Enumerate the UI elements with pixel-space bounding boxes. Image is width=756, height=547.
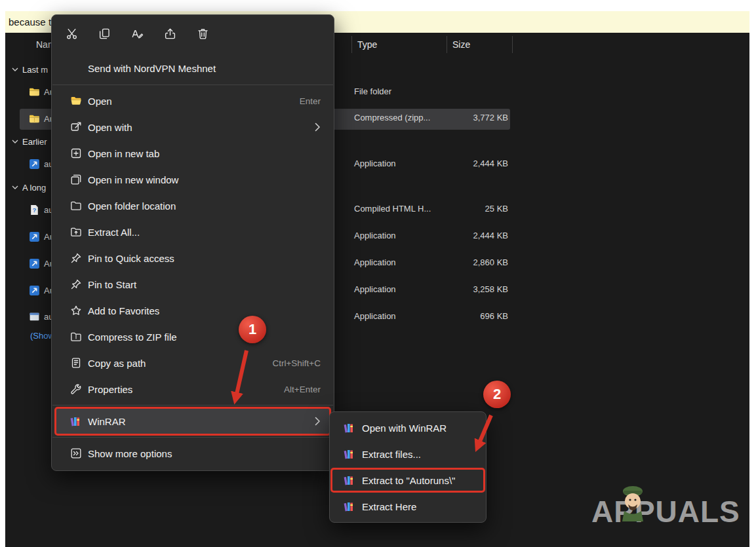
app-icon bbox=[29, 285, 40, 296]
file-list-item[interactable]: aut bbox=[29, 157, 51, 170]
open-with-icon bbox=[70, 121, 82, 133]
file-size-cell: 3,772 KB bbox=[420, 113, 508, 123]
folder-icon bbox=[29, 86, 40, 98]
winrar-icon bbox=[344, 448, 355, 460]
submenu-item-open-with-winrar[interactable]: Open with WinRAR bbox=[333, 415, 483, 441]
column-divider[interactable] bbox=[351, 36, 352, 53]
app-icon bbox=[29, 258, 40, 269]
trash-icon bbox=[197, 28, 209, 40]
menu-item-extract-all[interactable]: Extract All... bbox=[56, 219, 330, 245]
column-header-type[interactable]: Type bbox=[357, 39, 377, 50]
submenu-item-extract-files[interactable]: Extract files... bbox=[333, 441, 483, 467]
show-more-link[interactable]: (Show bbox=[30, 331, 51, 344]
file-size-cell: 2,444 KB bbox=[420, 231, 508, 240]
winrar-icon bbox=[344, 422, 355, 434]
shortcut-label: Alt+Enter bbox=[284, 385, 321, 394]
file-group-header[interactable]: A long bbox=[12, 181, 51, 194]
menu-item-pin-quick-access[interactable]: Pin to Quick access bbox=[56, 245, 330, 271]
file-type-cell: Application bbox=[354, 231, 396, 240]
file-type-cell: File folder bbox=[354, 86, 391, 96]
winrar-icon bbox=[344, 474, 355, 486]
folder-location-icon bbox=[70, 200, 82, 212]
file-size-cell: 25 KB bbox=[420, 204, 508, 214]
menu-item-winrar[interactable]: WinRAR bbox=[56, 408, 330, 434]
screenshot-root: because t Nam Type Size Last m Au Au Ear… bbox=[0, 0, 756, 547]
file-list-item[interactable]: Au bbox=[29, 230, 51, 243]
menu-item-open[interactable]: Open Enter bbox=[56, 88, 330, 114]
watermark-text: APPUALS bbox=[591, 494, 740, 529]
copy-button[interactable] bbox=[91, 22, 117, 45]
file-list-item[interactable]: ? aut bbox=[29, 203, 51, 216]
menu-item-properties[interactable]: Properties Alt+Enter bbox=[56, 376, 330, 402]
app-icon bbox=[29, 159, 40, 170]
file-list-item[interactable]: Au bbox=[29, 257, 51, 270]
share-button[interactable] bbox=[157, 22, 183, 45]
file-list-item[interactable]: Au bbox=[29, 85, 51, 98]
notification-text: because t bbox=[9, 16, 51, 28]
file-size-cell: 2,860 KB bbox=[420, 257, 508, 267]
copy-icon bbox=[98, 28, 111, 40]
file-group-header[interactable]: Last m bbox=[12, 63, 51, 76]
delete-button[interactable] bbox=[189, 22, 216, 45]
chevron-down-icon bbox=[12, 67, 18, 71]
file-size-cell: 3,258 KB bbox=[420, 284, 508, 294]
winrar-submenu: Open with WinRAR Extract files... Extrac… bbox=[329, 411, 487, 523]
shortcut-label: Enter bbox=[300, 96, 321, 106]
new-window-icon bbox=[70, 174, 82, 185]
menu-divider bbox=[52, 437, 333, 438]
column-divider[interactable] bbox=[447, 36, 447, 53]
rename-button[interactable] bbox=[124, 22, 150, 45]
cut-icon bbox=[66, 28, 78, 40]
svg-text:?: ? bbox=[33, 206, 37, 214]
chevron-down-icon bbox=[12, 185, 18, 189]
file-type-cell: Application bbox=[354, 284, 396, 294]
step-1-badge: 1 bbox=[239, 316, 266, 343]
column-divider[interactable] bbox=[512, 36, 513, 53]
rename-icon bbox=[131, 28, 144, 40]
new-tab-icon bbox=[70, 147, 82, 159]
menu-divider bbox=[52, 405, 333, 406]
column-header-size[interactable]: Size bbox=[452, 39, 470, 50]
menu-item-show-more-options[interactable]: Show more options bbox=[56, 440, 330, 466]
menu-divider bbox=[52, 85, 333, 85]
menu-item-copy-as-path[interactable]: Copy as path Ctrl+Shift+C bbox=[56, 350, 330, 376]
file-list-item[interactable]: aut bbox=[29, 310, 51, 323]
menu-item-pin-start[interactable]: Pin to Start bbox=[56, 271, 330, 297]
share-icon bbox=[164, 28, 176, 40]
file-type-cell: Application bbox=[354, 311, 396, 321]
chevron-down-icon bbox=[12, 140, 18, 143]
file-list-item[interactable]: Au bbox=[29, 112, 51, 125]
unknown-file-icon: ? bbox=[29, 204, 40, 216]
shortcut-label: Ctrl+Shift+C bbox=[272, 358, 321, 368]
copy-path-icon bbox=[70, 357, 82, 369]
menu-item-send-nordvpn[interactable]: Send with NordVPN Meshnet bbox=[56, 54, 330, 82]
file-size-cell: 2,444 KB bbox=[420, 159, 508, 168]
show-more-icon bbox=[70, 447, 82, 459]
zip-icon bbox=[70, 331, 82, 343]
file-list-item[interactable]: Au bbox=[29, 284, 51, 297]
winrar-icon bbox=[344, 500, 355, 512]
chevron-right-icon bbox=[315, 417, 321, 426]
quick-actions-row bbox=[52, 19, 334, 48]
pin-icon bbox=[70, 252, 82, 264]
extract-icon bbox=[70, 226, 82, 238]
submenu-item-extract-to-autoruns[interactable]: Extract to "Autoruns\" bbox=[333, 467, 483, 493]
menu-item-compress-zip[interactable]: Compress to ZIP file bbox=[56, 324, 330, 350]
appuals-mascot-icon bbox=[615, 483, 650, 525]
menu-item-open-folder-location[interactable]: Open folder location bbox=[56, 193, 330, 219]
file-group-header[interactable]: Earlier bbox=[12, 135, 51, 148]
cut-button[interactable] bbox=[58, 22, 85, 45]
menu-item-open-new-tab[interactable]: Open in new tab bbox=[56, 140, 330, 166]
appuals-watermark: APPUALS bbox=[591, 490, 752, 538]
winrar-icon bbox=[70, 415, 82, 427]
submenu-item-extract-here[interactable]: Extract Here bbox=[333, 493, 483, 519]
menu-item-add-favorites[interactable]: Add to Favorites bbox=[56, 297, 330, 324]
menu-item-open-with[interactable]: Open with bbox=[56, 114, 330, 140]
pin-icon bbox=[70, 278, 82, 290]
file-type-cell: Application bbox=[354, 159, 396, 168]
file-type-cell: Application bbox=[354, 257, 396, 267]
menu-item-open-new-window[interactable]: Open in new window bbox=[56, 166, 330, 193]
wrench-icon bbox=[70, 383, 82, 395]
nordvpn-icon bbox=[70, 62, 82, 74]
window-file-icon bbox=[29, 311, 40, 322]
